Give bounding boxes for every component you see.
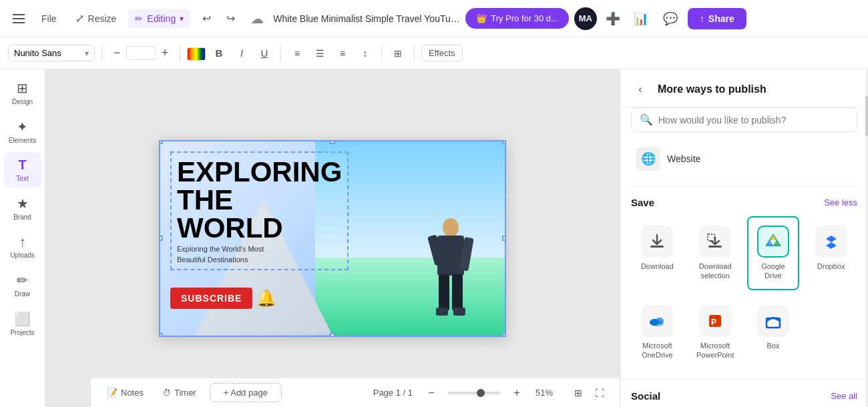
main-title-line2: THE: [177, 186, 342, 214]
text-color-button[interactable]: [187, 47, 206, 61]
font-size-control: − 94.8 +: [109, 45, 173, 61]
chat-button[interactable]: 💬: [658, 7, 682, 31]
sidebar-item-uploads[interactable]: ↑ Uploads: [4, 229, 41, 264]
see-all-button[interactable]: See all: [831, 391, 857, 401]
save-item-dropbox[interactable]: Dropbox: [805, 216, 857, 290]
text-icon: T: [18, 157, 26, 173]
publish-panel: ‹ More ways to publish 🔍 🌐 Website Save …: [620, 69, 868, 407]
selection-handle-bl[interactable]: [159, 333, 163, 337]
elements-icon: ✦: [17, 119, 28, 135]
timer-icon: ⏱: [162, 388, 171, 398]
bold-button[interactable]: B: [210, 44, 228, 63]
notes-label: Notes: [121, 388, 144, 398]
font-size-increase[interactable]: +: [157, 45, 173, 61]
analytics-button[interactable]: 📊: [629, 7, 653, 31]
selection-handle-br[interactable]: [502, 333, 506, 337]
file-menu-button[interactable]: File: [35, 9, 63, 28]
save-item-download-selection[interactable]: Download selection: [689, 216, 742, 290]
add-user-button[interactable]: ➕: [602, 8, 624, 29]
powerpoint-icon: P: [699, 305, 731, 337]
canvas-area[interactable]: EXPLORING THE WORLD Exploring the World'…: [45, 69, 620, 407]
text-overlay[interactable]: EXPLORING THE WORLD Exploring the World'…: [170, 151, 349, 270]
page-indicator: Page 1 / 1: [373, 388, 413, 398]
effects-button[interactable]: Effects: [421, 45, 463, 61]
zoom-track: [447, 392, 501, 394]
bell-icon: 🔔: [256, 289, 276, 308]
save-item-download[interactable]: Download: [631, 216, 684, 290]
see-less-button[interactable]: See less: [824, 197, 857, 208]
add-page-button[interactable]: + Add page: [210, 383, 282, 402]
website-item[interactable]: 🌐 Website: [631, 140, 857, 177]
person-silhouette: [424, 216, 477, 336]
line-spacing-button[interactable]: ↕: [356, 44, 375, 63]
sidebar-item-design-label: Design: [12, 98, 33, 105]
svg-rect-4: [439, 274, 449, 311]
avatar[interactable]: MA: [574, 7, 597, 30]
align-center-button[interactable]: ☰: [310, 44, 329, 63]
save-item-onedrive[interactable]: Microsoft OneDrive: [631, 296, 684, 370]
try-pro-button[interactable]: 👑 Try Pro for 30 d...: [465, 8, 569, 29]
notes-button[interactable]: 📝 Notes: [101, 385, 149, 400]
save-item-powerpoint[interactable]: P Microsoft PowerPoint: [689, 296, 742, 370]
sidebar-item-draw[interactable]: ✏ Draw: [4, 267, 41, 303]
ppt-svg-icon: P: [706, 312, 724, 330]
undo-button[interactable]: ↩: [196, 8, 217, 29]
timer-button[interactable]: ⏱ Timer: [157, 385, 202, 400]
subscribe-area[interactable]: SUBSCRIBE 🔔: [170, 288, 276, 309]
svg-rect-7: [453, 308, 465, 316]
menu-button[interactable]: [8, 8, 29, 29]
share-button[interactable]: ↑ Share: [688, 8, 746, 29]
bottom-bar: 📝 Notes ⏱ Timer + Add page Page 1 / 1 − …: [91, 378, 620, 407]
editing-button[interactable]: ✏ Editing ▾: [128, 9, 190, 28]
design-frame[interactable]: EXPLORING THE WORLD Exploring the World'…: [159, 140, 506, 337]
selection-handle-bm[interactable]: [330, 333, 335, 337]
redo-button[interactable]: ↪: [220, 8, 241, 29]
selection-handle-tr[interactable]: [502, 140, 506, 144]
underline-button[interactable]: U: [255, 44, 274, 63]
main-title-line3: WORLD: [177, 214, 342, 242]
selection-handle-ml[interactable]: [159, 236, 163, 241]
person-svg: [424, 216, 477, 336]
subscribe-button[interactable]: SUBSCRIBE: [170, 288, 252, 309]
sidebar-item-elements[interactable]: ✦ Elements: [4, 113, 41, 149]
save-item-google-drive[interactable]: Google Drive: [747, 216, 800, 290]
top-toolbar: File ⤢ Resize ✏ Editing ▾ ↩ ↪ ☁ White Bl…: [0, 0, 868, 37]
fullscreen-button[interactable]: ⛶: [590, 384, 609, 402]
social-title: Social: [631, 390, 660, 402]
box-svg-icon: [764, 312, 783, 330]
download-sel-svg-icon: [706, 232, 724, 251]
design-icon: ⊞: [17, 80, 28, 96]
zoom-in-button[interactable]: +: [506, 382, 527, 404]
align-right-button[interactable]: ≡: [333, 44, 352, 63]
toolbar-separator-3: [280, 45, 281, 61]
selection-handle-tl[interactable]: [159, 140, 163, 144]
resize-label: Resize: [88, 13, 117, 24]
left-sidebar: ⊞ Design ✦ Elements T Text ★ Brand ↑ Upl…: [0, 69, 45, 407]
font-size-input[interactable]: 94.8: [126, 46, 156, 60]
resize-button[interactable]: ⤢ Resize: [69, 8, 124, 29]
italic-button[interactable]: I: [232, 44, 251, 63]
font-selector[interactable]: Nunito Sans ▾: [8, 45, 95, 61]
selection-handle-tm[interactable]: [330, 140, 335, 144]
sidebar-item-design[interactable]: ⊞ Design: [4, 75, 41, 111]
save-item-box[interactable]: Box: [747, 296, 800, 370]
back-button[interactable]: ‹: [631, 80, 650, 99]
bottom-right: Page 1 / 1 − + 51% ⊞ ⛶: [373, 382, 609, 404]
panel-scrollbar[interactable]: [865, 69, 868, 407]
sidebar-item-projects[interactable]: ⬜ Projects: [4, 306, 41, 342]
selection-handle-mr[interactable]: [502, 236, 506, 241]
search-input[interactable]: [658, 115, 849, 125]
zoom-thumb: [477, 389, 485, 397]
undo-redo-group: ↩ ↪: [196, 8, 241, 29]
align-left-button[interactable]: ≡: [288, 44, 306, 63]
sidebar-item-text[interactable]: T Text: [4, 152, 41, 187]
text-pattern-button[interactable]: ⊞: [389, 44, 407, 63]
zoom-out-button[interactable]: −: [421, 382, 442, 404]
svg-point-0: [443, 218, 459, 237]
brand-icon: ★: [17, 195, 29, 212]
font-size-decrease[interactable]: −: [109, 45, 125, 61]
sidebar-item-brand[interactable]: ★ Brand: [4, 190, 41, 226]
onedrive-svg-icon: [648, 312, 666, 330]
zoom-slider[interactable]: − +: [421, 382, 527, 404]
grid-view-button[interactable]: ⊞: [569, 384, 588, 402]
